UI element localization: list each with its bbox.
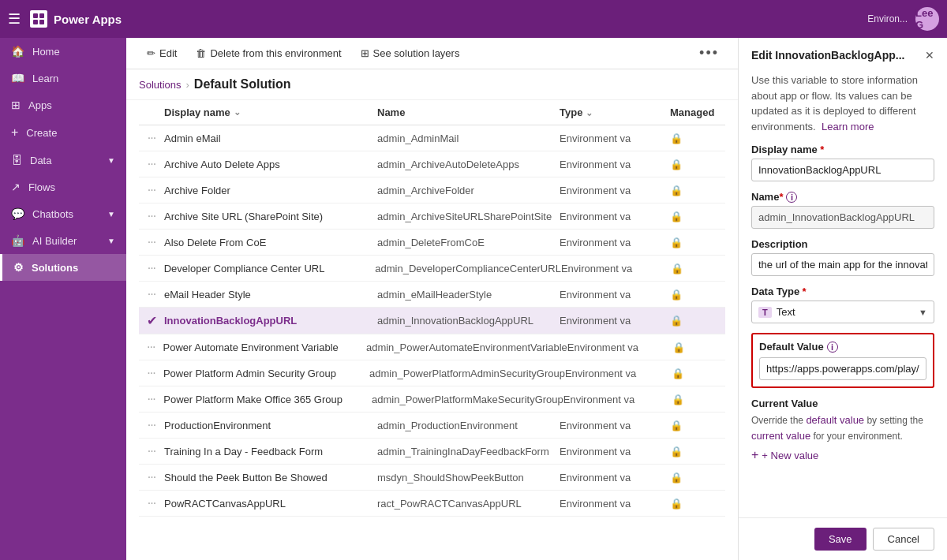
sort-icon[interactable]: ⌄: [234, 107, 241, 118]
table-row[interactable]: ··· Power Platform Make Office 365 Group…: [139, 386, 725, 413]
row-dots-icon[interactable]: ···: [148, 131, 155, 145]
row-display-name: Developer Compliance Center URL: [164, 263, 376, 274]
row-dots-icon[interactable]: ···: [148, 496, 155, 510]
row-name: admin_ArchiveSiteURLSharePointSite: [377, 211, 560, 222]
table-row[interactable]: ··· PowRACTCanvasAppURL ract_PowRACTCanv…: [139, 491, 725, 517]
learn-more-link[interactable]: Learn more: [822, 121, 874, 133]
sidebar-label-chatbots: Chatbots: [32, 208, 73, 220]
sidebar-label-ai-builder: AI Builder: [32, 235, 77, 247]
row-dots-icon[interactable]: ···: [148, 235, 155, 249]
row-display-name: PowRACTCanvasAppURL: [164, 498, 377, 510]
row-name: admin_PowerPlatformMakeSecurityGroup: [372, 394, 563, 405]
row-lock-icon: 🔒: [670, 133, 725, 144]
sidebar-item-solutions[interactable]: ⚙ Solutions: [0, 254, 126, 281]
solutions-icon: ⚙: [13, 261, 24, 274]
add-new-value-button[interactable]: + + New value: [751, 443, 818, 467]
row-dots-icon[interactable]: ···: [148, 418, 155, 432]
breadcrumb-current: Default Solution: [194, 77, 291, 91]
delete-button[interactable]: 🗑 Delete from this environment: [188, 44, 349, 62]
sidebar-item-chatbots[interactable]: 💬 Chatbots ▼: [0, 200, 126, 227]
sidebar-item-flows[interactable]: ↗ Flows: [0, 174, 126, 200]
sidebar-item-learn[interactable]: 📖 Learn: [0, 65, 126, 91]
user-avatar[interactable]: Lee G: [915, 7, 939, 31]
sidebar-item-data[interactable]: 🗄 Data ▼: [0, 147, 126, 174]
cancel-button[interactable]: Cancel: [873, 528, 934, 551]
table-row[interactable]: ··· Power Automate Environment Variable …: [139, 334, 725, 360]
edit-panel: Edit InnovationBacklogApp... ✕ Use this …: [738, 38, 947, 560]
table-row[interactable]: ··· Power Platform Admin Security Group …: [139, 360, 725, 386]
edit-icon: ✏: [147, 47, 155, 59]
table-row[interactable]: ··· Archive Auto Delete Apps admin_Archi…: [139, 151, 725, 177]
toolbar-more-icon[interactable]: •••: [693, 43, 725, 63]
row-dots-icon[interactable]: ···: [148, 470, 155, 484]
row-dots-icon[interactable]: ···: [148, 287, 155, 301]
data-chevron-icon: ▼: [107, 156, 115, 165]
row-name: admin_ProductionEnvironment: [377, 420, 560, 431]
sidebar-item-create[interactable]: + Create: [0, 118, 126, 147]
row-type: Environment va: [560, 315, 670, 327]
table-row[interactable]: ✔ InnovationBacklogAppURL admin_Innovati…: [139, 308, 725, 334]
solution-layers-button[interactable]: ⊞ See solution layers: [353, 44, 468, 62]
table-row[interactable]: ··· ProductionEnvironment admin_Producti…: [139, 413, 725, 439]
current-value-link[interactable]: current value: [751, 430, 810, 442]
name-info-icon[interactable]: i: [786, 192, 797, 203]
hamburger-icon[interactable]: ☰: [8, 10, 21, 28]
current-value-section: Current Value Override the default value…: [751, 398, 934, 467]
sidebar-item-apps[interactable]: ⊞ Apps: [0, 91, 126, 118]
row-name: admin_AdminMail: [377, 133, 560, 144]
environment-label: Environ...: [867, 13, 908, 24]
row-lock-icon: 🔒: [670, 446, 725, 457]
description-field: Description: [751, 238, 934, 276]
row-type: Environment va: [560, 498, 670, 510]
layers-icon: ⊞: [361, 47, 369, 59]
table-row[interactable]: ··· Training In a Day - Feedback Form ad…: [139, 439, 725, 465]
row-dots-icon[interactable]: ···: [147, 392, 155, 406]
table-row[interactable]: ··· Should the Peek Button Be Showed msd…: [139, 465, 725, 491]
row-name: msdyn_ShouldShowPeekButton: [377, 472, 560, 483]
sidebar-item-home[interactable]: 🏠 Home: [0, 38, 126, 65]
home-icon: 🏠: [11, 45, 24, 58]
sidebar-label-learn: Learn: [32, 73, 58, 84]
row-type: Environment va: [560, 420, 670, 431]
save-button[interactable]: Save: [814, 528, 867, 551]
solutions-breadcrumb-link[interactable]: Solutions: [139, 79, 181, 91]
table-area: Display name ⌄ Name Type ⌄ Managed ··· A…: [126, 100, 738, 560]
name-input[interactable]: [751, 206, 934, 229]
data-type-select-wrapper: T Text ▼: [751, 301, 934, 323]
table-row[interactable]: ··· Archive Folder admin_ArchiveFolder E…: [139, 177, 725, 203]
row-type: Environment va: [561, 263, 671, 274]
table-row[interactable]: ··· eMail Header Style admin_eMailHeader…: [139, 282, 725, 308]
table-row[interactable]: ··· Archive Site URL (SharePoint Site) a…: [139, 203, 725, 230]
row-dots-icon[interactable]: ···: [148, 157, 155, 171]
row-display-name: ProductionEnvironment: [164, 420, 377, 431]
display-name-input[interactable]: [751, 159, 934, 181]
table-row[interactable]: ··· Also Delete From CoE admin_DeleteFro…: [139, 230, 725, 256]
row-dots-icon[interactable]: ···: [147, 366, 155, 380]
row-lock-icon: 🔒: [670, 185, 725, 196]
row-dots-icon[interactable]: ···: [148, 183, 155, 197]
type-sort-icon[interactable]: ⌄: [586, 108, 593, 118]
edit-button[interactable]: ✏ Edit: [139, 44, 185, 62]
description-input[interactable]: [751, 253, 934, 276]
row-dots-icon[interactable]: ···: [148, 209, 155, 223]
table-row[interactable]: ··· Admin eMail admin_AdminMail Environm…: [139, 125, 725, 151]
panel-close-button[interactable]: ✕: [920, 49, 934, 62]
default-value-input[interactable]: [759, 357, 926, 380]
sidebar-label-create: Create: [26, 127, 57, 139]
table-row[interactable]: ··· Developer Compliance Center URL admi…: [139, 256, 725, 282]
default-value-info-icon[interactable]: i: [827, 342, 838, 353]
svg-rect-3: [39, 20, 44, 24]
row-name: admin_PowerAutomateEnvironmentVariable: [366, 342, 567, 353]
row-dots-icon[interactable]: ···: [147, 340, 155, 354]
row-name: admin_DeveloperComplianceCenterURL: [375, 263, 561, 274]
row-dots-icon[interactable]: ···: [148, 261, 155, 275]
svg-rect-0: [33, 13, 38, 18]
delete-icon: 🗑: [196, 47, 206, 59]
row-name: ract_PowRACTCanvasAppURL: [377, 498, 560, 510]
row-dots-icon[interactable]: ···: [148, 444, 155, 458]
default-value-link[interactable]: default value: [806, 414, 864, 426]
learn-icon: 📖: [11, 72, 24, 84]
sidebar-item-ai-builder[interactable]: 🤖 AI Builder ▼: [0, 227, 126, 254]
data-type-dropdown-icon[interactable]: ▼: [919, 308, 927, 317]
row-display-name: Archive Folder: [164, 185, 377, 196]
